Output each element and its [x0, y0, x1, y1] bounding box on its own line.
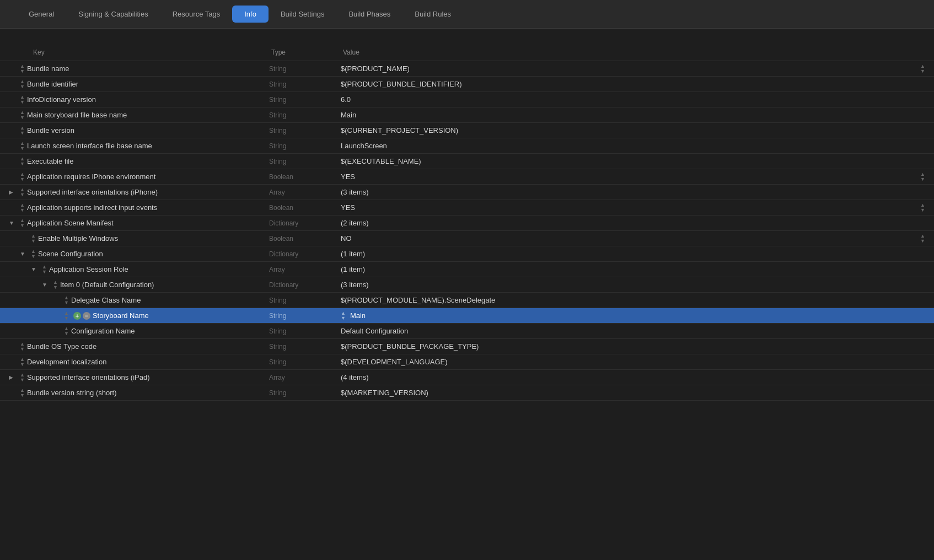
row-stepper-icon[interactable]: ▲▼ [64, 326, 69, 336]
collapse-arrow-icon[interactable]: ▼ [9, 220, 15, 226]
key-label: Configuration Name [71, 327, 135, 335]
value-cell-app-session-role: (1 item) [336, 262, 934, 277]
key-cell-dev-localization: ▲▼Development localization [0, 354, 265, 370]
value-stepper-icon[interactable]: ▲▼ [920, 234, 930, 244]
tab-signing[interactable]: Signing & Capabilities [66, 6, 160, 23]
key-cell-bundle-os-type: ▲▼Bundle OS Type code [0, 339, 265, 354]
row-stepper-icon[interactable]: ▲▼ [20, 357, 25, 367]
table-row[interactable]: ▲▼Bundle versionString$(CURRENT_PROJECT_… [0, 123, 934, 138]
tab-build-phases[interactable]: Build Phases [336, 6, 402, 23]
value-cell-config-name: Default Configuration [336, 324, 934, 339]
table-row[interactable]: ▼▲▼Application Session RoleArray(1 item) [0, 262, 934, 277]
add-row-icon[interactable]: + [73, 312, 81, 320]
row-stepper-icon[interactable]: ▲▼ [20, 342, 25, 352]
tab-general[interactable]: General [17, 6, 66, 23]
row-stepper-icon[interactable]: ▲▼ [31, 234, 36, 244]
table-row[interactable]: ▲▼Bundle version string (short)String$(M… [0, 385, 934, 401]
table-row[interactable]: ▲▼Configuration NameStringDefault Config… [0, 324, 934, 339]
collapse-arrow-icon[interactable]: ▶ [9, 189, 15, 195]
type-cell-main-storyboard: String [265, 107, 336, 123]
collapse-arrow-icon[interactable]: ▼ [20, 251, 26, 257]
row-stepper-icon[interactable]: ▲▼ [31, 249, 36, 259]
value-stepper-icon[interactable]: ▲▼ [920, 203, 930, 213]
value-cell-iphone-env[interactable]: YES▲▼ [336, 169, 934, 185]
key-cell-item-0: ▼▲▼Item 0 (Default Configuration) [0, 277, 265, 293]
key-cell-ipad-orientations: ▶▲▼Supported interface orientations (iPa… [0, 370, 265, 385]
row-stepper-icon[interactable]: ▲▼ [64, 295, 69, 305]
row-stepper-icon[interactable]: ▲▼ [64, 311, 69, 321]
row-stepper-icon[interactable]: ▲▼ [20, 157, 25, 166]
row-stepper-icon[interactable]: ▲▼ [20, 373, 25, 383]
key-cell-info-dict-ver: ▲▼InfoDictionary version [0, 92, 265, 107]
type-cell-delegate-class: String [265, 293, 336, 308]
type-cell-scene-manifest: Dictionary [265, 216, 336, 231]
table-row[interactable]: ▲▼Launch screen interface file base name… [0, 138, 934, 154]
value-text: YES [341, 173, 355, 181]
remove-row-icon[interactable]: − [83, 312, 90, 320]
value-cell-bundle-name[interactable]: $(PRODUCT_NAME)▲▼ [336, 61, 934, 77]
tab-build-settings[interactable]: Build Settings [269, 6, 337, 23]
table-row[interactable]: ▲▼Application requires iPhone environmen… [0, 169, 934, 185]
collapse-arrow-icon[interactable]: ▼ [42, 282, 49, 288]
content-area: Key Type Value ▲▼Bundle nameString$(PROD… [0, 29, 934, 401]
key-label: Bundle OS Type code [27, 342, 96, 351]
row-stepper-icon[interactable]: ▲▼ [20, 218, 25, 228]
table-row[interactable]: ▲▼Bundle OS Type codeString$(PRODUCT_BUN… [0, 339, 934, 354]
table-row[interactable]: ▲▼Delegate Class NameString$(PRODUCT_MOD… [0, 293, 934, 308]
table-row[interactable]: ▲▼Development localizationString$(DEVELO… [0, 354, 934, 370]
key-label: Application requires iPhone environment [27, 173, 155, 181]
row-stepper-icon[interactable]: ▲▼ [20, 172, 25, 182]
row-stepper-icon[interactable]: ▲▼ [20, 110, 25, 120]
value-cell-indirect-input[interactable]: YES▲▼ [336, 200, 934, 216]
type-header: Type [265, 45, 336, 61]
key-label: Launch screen interface file base name [27, 142, 152, 150]
value-cell-bundle-version: $(CURRENT_PROJECT_VERSION) [336, 123, 934, 138]
collapse-arrow-icon[interactable]: ▼ [31, 266, 37, 272]
table-row[interactable]: ▲▼Main storyboard file base nameStringMa… [0, 107, 934, 123]
table-row[interactable]: ▼▲▼Application Scene ManifestDictionary(… [0, 216, 934, 231]
key-header: Key [0, 45, 265, 61]
table-row[interactable]: ▶▲▼Supported interface orientations (iPh… [0, 185, 934, 200]
table-row[interactable]: ▼▲▼Scene ConfigurationDictionary(1 item) [0, 246, 934, 262]
value-cell-scene-manifest: (2 items) [336, 216, 934, 231]
row-stepper-icon[interactable]: ▲▼ [20, 95, 25, 105]
table-row[interactable]: ▲▼Enable Multiple WindowsBooleanNO▲▼ [0, 231, 934, 246]
row-stepper-icon[interactable]: ▲▼ [20, 141, 25, 151]
value-text: (3 items) [341, 188, 369, 196]
tab-build-rules[interactable]: Build Rules [402, 6, 463, 23]
table-row[interactable]: ▲▼InfoDictionary versionString6.0 [0, 92, 934, 107]
key-label: Item 0 (Default Configuration) [60, 281, 154, 289]
key-label: InfoDictionary version [27, 95, 96, 104]
tab-info[interactable]: Info [232, 6, 269, 23]
table-row[interactable]: ▲▼+−Storyboard NameString▲▼Main [0, 308, 934, 324]
value-text: LaunchScreen [341, 142, 387, 150]
tab-resource-tags[interactable]: Resource Tags [160, 6, 232, 23]
row-stepper-icon[interactable]: ▲▼ [20, 187, 25, 197]
key-label: Supported interface orientations (iPhone… [27, 188, 158, 196]
value-stepper-icon[interactable]: ▲▼ [920, 172, 930, 182]
table-row[interactable]: ▲▼Bundle nameString$(PRODUCT_NAME)▲▼ [0, 61, 934, 77]
value-text: $(PRODUCT_MODULE_NAME).SceneDelegate [341, 296, 495, 304]
value-text: $(PRODUCT_BUNDLE_PACKAGE_TYPE) [341, 342, 479, 351]
table-row[interactable]: ▲▼Executable fileString$(EXECUTABLE_NAME… [0, 154, 934, 169]
table-row[interactable]: ▲▼Bundle identifierString$(PRODUCT_BUNDL… [0, 77, 934, 92]
key-cell-bundle-version-short: ▲▼Bundle version string (short) [0, 385, 265, 401]
value-stepper-icon[interactable]: ▲▼ [920, 64, 930, 74]
row-stepper-icon[interactable]: ▲▼ [20, 388, 25, 398]
row-stepper-icon[interactable]: ▲▼ [20, 126, 25, 136]
table-row[interactable]: ▶▲▼Supported interface orientations (iPa… [0, 370, 934, 385]
row-stepper-icon[interactable]: ▲▼ [20, 203, 25, 213]
type-cell-app-session-role: Array [265, 262, 336, 277]
row-stepper-icon[interactable]: ▲▼ [20, 64, 25, 74]
value-cell-enable-multiple-windows[interactable]: NO▲▼ [336, 231, 934, 246]
value-stepper-icon[interactable]: ▲▼ [341, 311, 346, 321]
table-row[interactable]: ▼▲▼Item 0 (Default Configuration)Diction… [0, 277, 934, 293]
row-stepper-icon[interactable]: ▲▼ [53, 280, 58, 290]
row-stepper-icon[interactable]: ▲▼ [42, 265, 47, 274]
value-cell-info-dict-ver: 6.0 [336, 92, 934, 107]
row-stepper-icon[interactable]: ▲▼ [20, 79, 25, 89]
value-cell-bundle-os-type: $(PRODUCT_BUNDLE_PACKAGE_TYPE) [336, 339, 934, 354]
type-cell-iphone-orientations: Array [265, 185, 336, 200]
collapse-arrow-icon[interactable]: ▶ [9, 374, 15, 380]
table-row[interactable]: ▲▼Application supports indirect input ev… [0, 200, 934, 216]
